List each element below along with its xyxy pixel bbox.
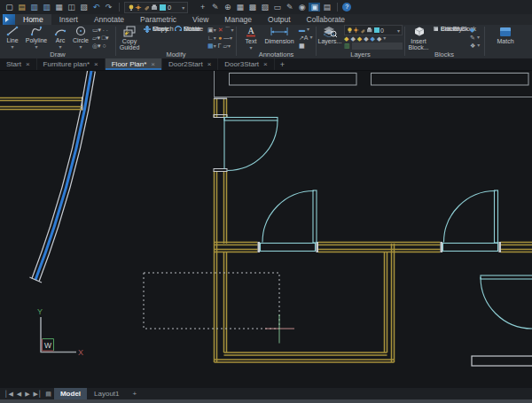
dimension-tool[interactable]: Dimension bbox=[262, 25, 297, 44]
insert-block-icon bbox=[412, 26, 426, 37]
save-icon[interactable]: ▥ bbox=[28, 3, 40, 12]
modify-tool[interactable]: Stretch bbox=[144, 25, 174, 33]
close-icon[interactable]: × bbox=[151, 60, 155, 68]
arc-tool[interactable]: Arc▾ bbox=[51, 25, 70, 50]
ortho-icon[interactable]: ▩ bbox=[246, 3, 258, 12]
help-icon[interactable]: ? bbox=[342, 3, 351, 12]
block-tool[interactable]: Edit Block bbox=[433, 25, 468, 33]
leader-button[interactable]: ↗A▾ bbox=[299, 34, 313, 42]
reference-lines[interactable] bbox=[215, 71, 532, 97]
svg-text:A: A bbox=[247, 26, 254, 35]
document-tab[interactable]: Door3Start × bbox=[218, 58, 274, 70]
polar-icon[interactable]: ▨ bbox=[259, 3, 270, 12]
layout1-tab[interactable]: Layout1 bbox=[88, 388, 125, 399]
annotation-ruler-button[interactable]: ▬▾ bbox=[299, 26, 309, 34]
document-tab[interactable]: Floor Plan* × bbox=[106, 58, 162, 70]
app-logo[interactable] bbox=[3, 14, 15, 25]
polyline-tool[interactable]: Polyline▾ bbox=[24, 25, 49, 50]
close-icon[interactable]: × bbox=[26, 60, 30, 68]
close-icon[interactable]: × bbox=[94, 60, 98, 68]
open-file-icon[interactable]: ▤ bbox=[16, 3, 27, 12]
fixture-bar[interactable] bbox=[472, 356, 532, 366]
ribbon-tab[interactable]: Annotate bbox=[86, 14, 132, 25]
prev-tab-icon[interactable]: ◀ bbox=[15, 391, 23, 398]
preview-icon[interactable]: ◫ bbox=[66, 3, 77, 12]
donut-tool[interactable]: ◎▾ ○ bbox=[92, 42, 106, 50]
close-icon[interactable]: × bbox=[207, 60, 212, 68]
ribbon-tab[interactable]: Output bbox=[260, 14, 299, 25]
new-document-button[interactable]: + bbox=[275, 58, 290, 70]
layer-state-row[interactable]: ▥ bbox=[344, 43, 403, 50]
new-file-icon[interactable]: ▢ bbox=[4, 3, 15, 12]
ribbon-tab-bar: HomeInsertAnnotateParametricViewManageOu… bbox=[0, 14, 532, 25]
ribbon-tab[interactable]: Insert bbox=[51, 14, 86, 25]
doors[interactable] bbox=[224, 117, 532, 329]
block-extra-3[interactable]: ❖▾ bbox=[470, 42, 480, 50]
panel-label-layers: Layers bbox=[317, 50, 404, 58]
attach-icon[interactable]: ✎ bbox=[284, 3, 295, 12]
cursor-badge-icon[interactable]: + bbox=[197, 3, 208, 12]
circle-tool[interactable]: Circle▾ bbox=[71, 25, 90, 50]
plot-icon[interactable]: ▦ bbox=[53, 3, 65, 12]
copy-guided-button[interactable]: Copy Guided bbox=[118, 25, 141, 50]
ribbon-tab[interactable]: Home bbox=[15, 14, 51, 25]
grid-snap-icon[interactable]: ▦ bbox=[234, 3, 246, 12]
annotate-monitor-icon[interactable]: ✎ bbox=[209, 3, 221, 12]
ribbon-tab[interactable]: Manage bbox=[216, 14, 260, 25]
dimension-icon bbox=[269, 26, 290, 37]
line-tool[interactable]: Line▾ bbox=[2, 25, 23, 50]
undo-icon[interactable]: ↶ bbox=[90, 3, 102, 12]
layer-color-swatch bbox=[160, 4, 166, 11]
chevron-down-icon[interactable]: ▾ bbox=[182, 4, 184, 11]
publish-icon[interactable]: ▧ bbox=[78, 3, 90, 12]
document-tab[interactable]: Door2Start × bbox=[162, 58, 218, 70]
ribbon-tab[interactable]: Collaborate bbox=[299, 14, 353, 25]
save-as-icon[interactable]: ▥ bbox=[41, 3, 52, 12]
text-tool[interactable]: A Text▾ bbox=[241, 25, 261, 51]
panel-label-modify: Modify bbox=[116, 50, 236, 58]
document-tab[interactable]: Start × bbox=[0, 58, 37, 70]
layer-controls: 0 ▾ ◆◆◆◆◆◆▾ ▥ bbox=[344, 25, 403, 35]
image-icon[interactable]: ▤ bbox=[321, 3, 332, 12]
insert-block-button[interactable]: Insert Block... bbox=[407, 25, 430, 50]
toolbar-separator bbox=[337, 3, 338, 12]
match-properties-button[interactable]: Match bbox=[492, 25, 519, 44]
table-button[interactable]: ▦ bbox=[299, 42, 305, 50]
last-tab-icon[interactable]: ▶│ bbox=[32, 391, 44, 398]
redo-icon[interactable]: ↷ bbox=[103, 3, 114, 12]
block-extra-1[interactable]: ◆ bbox=[470, 26, 474, 34]
layers-icon bbox=[322, 26, 338, 37]
layer-state-icons bbox=[128, 4, 158, 12]
snap-tracking-icon[interactable]: ⊕ bbox=[222, 3, 233, 12]
ribbon-tab[interactable]: View bbox=[184, 14, 216, 25]
layer-tools-row[interactable]: ◆◆◆◆◆◆▾ bbox=[344, 35, 386, 43]
selection-rectangle[interactable] bbox=[144, 273, 279, 329]
panel-draw: Line▾ Polyline▾ Arc▾ Circle▾ ▭▾ ∙ ∙ ▱▾ □… bbox=[0, 25, 115, 50]
match-properties-icon bbox=[498, 26, 512, 37]
model-tab[interactable]: Model bbox=[54, 388, 87, 399]
display-icon[interactable]: ▭ bbox=[271, 3, 283, 12]
ribbon-tab[interactable]: Parametric bbox=[132, 14, 184, 25]
panel-match: Match bbox=[485, 25, 532, 50]
bricscad-window: ▢▤▥▥▦◫▧↶↷ 0 ▾ +✎⊕▦▩▨▭✎◉▣▤ ? HomeInsertAn… bbox=[0, 0, 532, 403]
block-extra-2[interactable]: ✎▾ bbox=[470, 34, 480, 42]
new-layout-button[interactable]: + bbox=[127, 388, 144, 399]
floor-plan-drawing: Y X W bbox=[0, 71, 532, 388]
modify-tool[interactable]: Scale bbox=[175, 25, 200, 33]
layers-manager-button[interactable]: Layers... bbox=[317, 25, 342, 44]
layer-state-field[interactable] bbox=[352, 43, 403, 50]
document-tab[interactable]: Furniture plan* × bbox=[37, 58, 106, 70]
window-rectangles[interactable] bbox=[230, 74, 529, 86]
first-tab-icon[interactable]: │◀ bbox=[3, 391, 15, 398]
modify-extra-row3[interactable]: ▦▾Γ▱▾ bbox=[207, 42, 231, 50]
tab-list-icon[interactable]: ▤ bbox=[43, 391, 53, 398]
panel-toggle-icon[interactable]: ▣ bbox=[309, 3, 320, 12]
lookfrom-icon[interactable]: ◉ bbox=[296, 3, 308, 12]
quick-layer-control[interactable]: 0 ▾ bbox=[124, 2, 188, 13]
close-icon[interactable]: × bbox=[263, 60, 268, 68]
hatch-tool[interactable]: ▱▾ □▾ bbox=[92, 34, 109, 42]
rectangle-tool[interactable]: ▭▾ ∙ ∙ bbox=[92, 26, 108, 34]
copy-guided-icon bbox=[122, 26, 137, 37]
drawing-canvas[interactable]: Y X W bbox=[0, 71, 532, 388]
next-tab-icon[interactable]: ▶ bbox=[23, 391, 31, 398]
